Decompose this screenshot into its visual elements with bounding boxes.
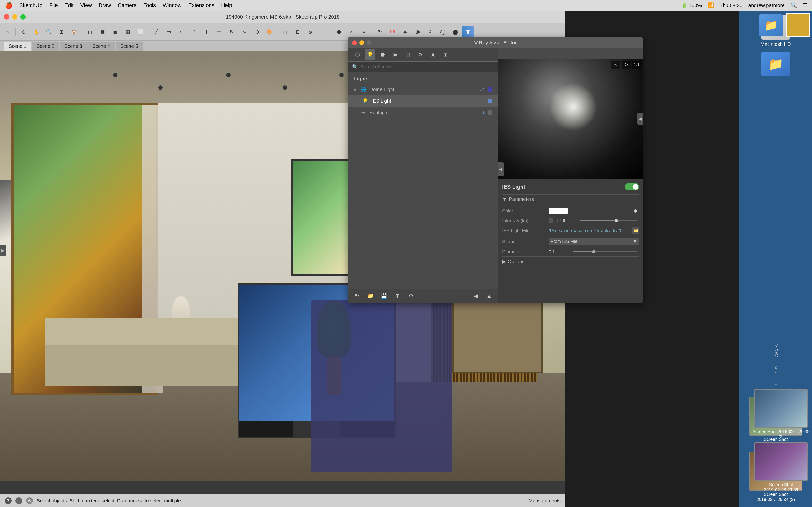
line-tool[interactable]: ╱ <box>150 26 162 38</box>
close-button[interactable] <box>4 14 9 19</box>
menu-window[interactable]: Window <box>163 2 182 8</box>
preview-settings-btn[interactable]: 1/1 <box>632 61 641 69</box>
color-swatch[interactable] <box>549 208 568 214</box>
zoom-extents-tool[interactable]: ⊞ <box>56 26 67 38</box>
components-tool[interactable]: ⬟ <box>333 26 345 38</box>
apple-menu[interactable]: 🍎 <box>5 2 12 9</box>
circle-tool[interactable]: ○ <box>175 26 187 38</box>
notification-icon[interactable]: ☰ <box>803 2 807 8</box>
desktop-folder[interactable]: 📁 <box>761 52 790 76</box>
vray-arrow-left-btn[interactable]: ◀ <box>471 291 480 301</box>
status-info-icon[interactable]: i <box>15 497 22 504</box>
right-panel-collapse[interactable]: ▶ <box>0 244 6 256</box>
protractor-tool[interactable]: ⌀ <box>305 26 316 38</box>
hidden-line-tool[interactable]: ▣ <box>97 26 108 38</box>
status-help-icon[interactable]: ? <box>5 497 12 504</box>
vray-btn-6[interactable]: ⬤ <box>450 26 461 38</box>
zoom-tool[interactable]: 🔍 <box>43 26 55 38</box>
dome-light-checkbox[interactable] <box>488 87 492 92</box>
parameters-section[interactable]: ▼ Parameters <box>502 194 639 204</box>
wireframe-tool[interactable]: ◻ <box>84 26 96 38</box>
desktop-folder-2[interactable]: 📁 <box>759 14 783 36</box>
menu-extensions[interactable]: Extensions <box>188 2 214 8</box>
tape-tool[interactable]: ⊡ <box>292 26 304 38</box>
menu-help[interactable]: Help <box>221 2 232 8</box>
scene-tab-4[interactable]: Scene 4 <box>88 42 115 51</box>
sunlight-item[interactable]: ▶ ☀ SunLight 1 <box>348 107 498 118</box>
ies-light-item[interactable]: 💡 IES Light <box>348 95 498 107</box>
paint-tool[interactable]: 🎨 <box>263 26 275 38</box>
text-tool[interactable]: T <box>317 26 329 38</box>
vray-lights-btn[interactable]: 💡 <box>365 50 375 60</box>
refresh-tool[interactable]: ↻ <box>374 26 386 38</box>
vray-panel-collapse-btn[interactable]: ◀ <box>498 163 504 176</box>
menu-view[interactable]: View <box>81 2 92 8</box>
vray-minimize-button[interactable] <box>359 40 364 45</box>
shaded-tool[interactable]: ◼ <box>109 26 121 38</box>
vray-btn-4[interactable]: ◊ <box>424 26 436 38</box>
vray-btn-5[interactable]: ◯ <box>437 26 449 38</box>
sunlight-checkbox[interactable] <box>488 110 492 115</box>
offset-tool[interactable]: ⬡ <box>251 26 262 38</box>
vray-refresh-btn[interactable]: ↻ <box>352 291 362 301</box>
vray-textures-btn[interactable]: ▣ <box>390 50 400 60</box>
color-slider-track[interactable] <box>573 211 637 212</box>
xray-tool[interactable]: ⬜ <box>134 26 146 38</box>
rectangle-tool[interactable]: ▭ <box>163 26 174 38</box>
vray-arrow-up-btn[interactable]: ▲ <box>484 291 494 301</box>
pan-tool[interactable]: ✋ <box>31 26 42 38</box>
vray-render[interactable]: ▣ <box>462 26 474 38</box>
vray-btn-2[interactable]: ◈ <box>399 26 411 38</box>
shape-select[interactable]: From IES File ▼ <box>549 238 639 245</box>
orbit-tool[interactable]: ⊙ <box>18 26 30 38</box>
screenshot-4[interactable]: Screen Shot2019-02-08.29.39 <box>752 442 810 493</box>
vray-settings-bottom-btn[interactable]: ⚙ <box>406 291 416 301</box>
vray-delete-btn[interactable]: 🗑 <box>393 291 402 301</box>
menu-edit[interactable]: Edit <box>64 2 74 8</box>
scale-tool[interactable]: ⤡ <box>238 26 250 38</box>
scene-tab-2[interactable]: Scene 2 <box>32 42 59 51</box>
select-tool[interactable]: ↖ <box>2 26 13 38</box>
menu-camera[interactable]: Camera <box>118 2 137 8</box>
search-menubar-icon[interactable]: 🔍 <box>791 2 797 8</box>
menu-draw[interactable]: Draw <box>99 2 111 8</box>
vray-render-btn[interactable]: ⊞ <box>440 50 451 60</box>
vray-btn-3[interactable]: ◉ <box>412 26 423 38</box>
shaded-texture-tool[interactable]: ▦ <box>122 26 134 38</box>
vray-btn-1[interactable]: F6 <box>387 26 398 38</box>
menu-file[interactable]: File <box>49 2 57 8</box>
intensity-checkbox[interactable] <box>549 218 553 223</box>
ies-light-checkbox[interactable] <box>488 99 492 103</box>
scene-tab-1[interactable]: Scene 1 <box>4 42 31 51</box>
eraser-tool[interactable]: ◻ <box>280 26 291 38</box>
vray-render-elements-btn[interactable]: ◉ <box>427 50 438 60</box>
preview-expand-btn[interactable]: ⤡ <box>611 61 620 69</box>
ies-file-browse-btn[interactable]: 📁 <box>632 227 639 234</box>
maximize-button[interactable] <box>20 14 26 19</box>
vray-search-input[interactable] <box>361 64 494 69</box>
move-tool[interactable]: ✛ <box>213 26 225 38</box>
import-tool[interactable]: ⬦ <box>346 26 357 38</box>
diameter-slider-track[interactable] <box>573 251 637 252</box>
intensity-slider-track[interactable] <box>580 220 637 221</box>
scene-tab-5[interactable]: Scene 5 <box>115 42 143 51</box>
vray-maximize-button[interactable] <box>367 40 371 45</box>
preview-collapse-right[interactable]: ◀ <box>637 113 643 125</box>
rotate-tool[interactable]: ↻ <box>226 26 237 38</box>
vray-settings-btn[interactable]: ⚙ <box>415 50 425 60</box>
home-tool[interactable]: 🏠 <box>68 26 80 38</box>
minimize-button[interactable] <box>12 14 17 19</box>
ies-toggle[interactable] <box>625 183 639 190</box>
vray-geometry-btn[interactable]: ⬡ <box>352 50 363 60</box>
vray-save-btn[interactable]: 💾 <box>379 291 389 301</box>
menu-sketchup[interactable]: SketchUp <box>19 2 42 8</box>
scene-tab-3[interactable]: Scene 3 <box>60 42 87 51</box>
export-tool[interactable]: ⬧ <box>358 26 370 38</box>
menu-tools[interactable]: Tools <box>144 2 156 8</box>
vray-folder-btn[interactable]: 📁 <box>366 291 375 301</box>
vray-geometry2-btn[interactable]: ◱ <box>402 50 413 60</box>
options-section[interactable]: ▶ Options <box>502 257 639 266</box>
vray-close-button[interactable] <box>352 40 357 45</box>
screenshot-3[interactable]: Screen Shot 2019-02-...29.39 (2) <box>752 389 810 439</box>
dome-light-item[interactable]: ▶ 🌐 Dome Light 14 <box>348 83 498 95</box>
